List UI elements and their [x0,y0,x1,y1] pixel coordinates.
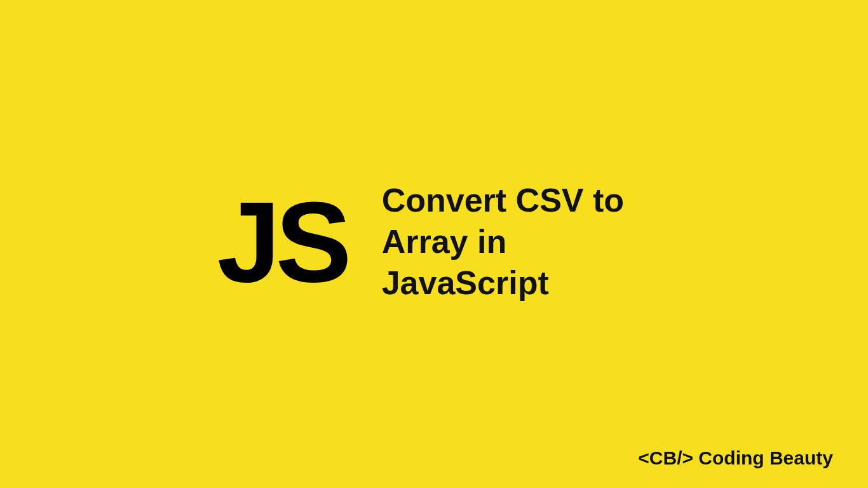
js-logo: JS [217,184,347,299]
brand-signature: <CB/> Coding Beauty [638,447,833,469]
main-content: JS Convert CSV to Array in JavaScript [217,180,651,304]
article-title: Convert CSV to Array in JavaScript [382,180,651,304]
